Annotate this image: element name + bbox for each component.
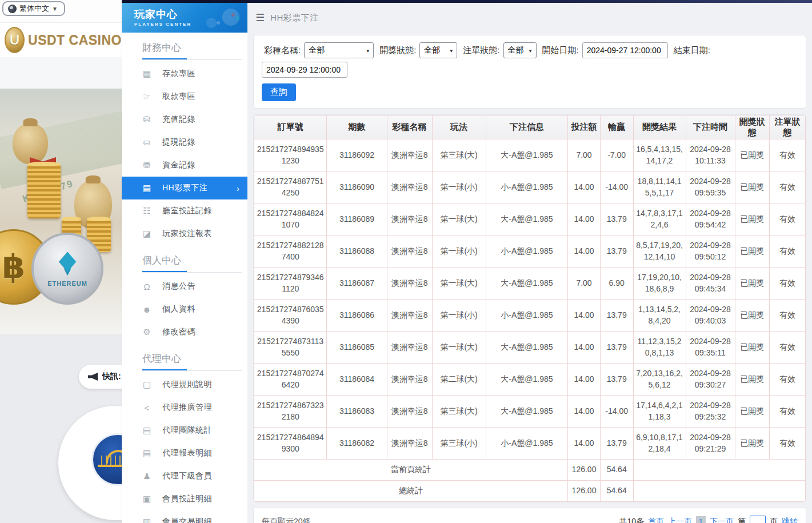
table-row: 215217274884824107031186089澳洲幸运8第一球(大)大-… (254, 203, 806, 235)
sidebar-item[interactable]: ▤HH彩票下注› (122, 177, 247, 199)
table-cell: 2024-09-28 09:21:29 (686, 428, 735, 460)
sidebar-section-title: 個人中心 (122, 245, 247, 270)
sidebar-item[interactable]: ▦存款專區 (122, 62, 247, 85)
summary-bet-total: 126.00 (568, 460, 601, 481)
jump-page-input[interactable] (750, 516, 766, 523)
chevron-down-icon: ▾ (529, 47, 531, 54)
bell-icon: Ω (140, 282, 154, 292)
globe-icon (8, 5, 17, 13)
sidebar-item[interactable]: ▤代理團隊統計 (122, 419, 247, 442)
current-page: 1 (696, 516, 706, 523)
sidebar-item[interactable]: ▥會員交易明細 (122, 510, 247, 523)
table-cell: 1,13,14,5,2,8,4,20 (633, 300, 686, 332)
jump-button[interactable]: 跳转 (782, 517, 798, 523)
gear-icon: ⚙ (140, 327, 154, 337)
table-cell: 小-A盤@1.985 (486, 235, 568, 268)
pagination-bar: 每頁顯示20條 共10条 首页 上一页 1 下一页 第 页 跳转 (253, 507, 806, 523)
sidebar: 玩家中心 PLAYERS CENTER 財務中心▦存款專區☞取款專區⛁充值記錄⛀… (122, 3, 247, 523)
language-selector[interactable]: 繁体中文 ▼ (2, 1, 65, 16)
spacer (0, 57, 122, 89)
brand-logo[interactable]: U USDT CASINO (0, 23, 122, 57)
summary-empty-cell (633, 481, 806, 502)
deposit-icon: ▦ (140, 69, 154, 79)
sidebar-item-label: 玩家投注報表 (162, 229, 212, 239)
table-cell: 2152172748949351230 (254, 139, 327, 171)
sidebar-item[interactable]: ☞取款專區 (122, 85, 247, 108)
column-header: 下注時間 (686, 115, 735, 139)
sidebar-item[interactable]: ⚙修改密碼 (122, 321, 247, 344)
chevron-down-icon: ▼ (52, 6, 58, 12)
report-detail-icon: ▤ (140, 448, 154, 458)
sidebar-item[interactable]: ▤代理報表明細 (122, 442, 247, 465)
news-ticker[interactable]: 快訊: (79, 365, 122, 389)
summary-empty-cell (633, 460, 806, 481)
draw-status-select[interactable]: 全部 ▾ (419, 42, 457, 58)
sidebar-item[interactable]: ◪玩家投注報表 (122, 222, 247, 245)
next-page-link[interactable]: 下一页 (710, 517, 734, 523)
table-cell: 14.00 (568, 428, 601, 460)
table-cell: 澳洲幸运8 (387, 235, 432, 268)
lottery-select[interactable]: 全部 ▾ (304, 42, 374, 58)
table-cell: 2024-09-28 10:11:33 (686, 139, 735, 171)
start-date-label: 開始日期: (542, 45, 579, 56)
sidebar-item[interactable]: ☷廳室投註記錄 (122, 199, 247, 222)
cashout-record-icon: ⛀ (140, 137, 154, 147)
sidebar-item[interactable]: Ω消息公告 (122, 275, 247, 298)
table-row: 215217274864894930031186082澳洲幸运8第三球(小)小-… (254, 428, 806, 460)
table-cell: 已開獎 (735, 203, 770, 235)
table-cell: 6.90 (600, 268, 633, 300)
start-date-input[interactable] (582, 42, 668, 58)
table-cell: 澳洲幸运8 (387, 300, 432, 332)
page-summary-row: 當前頁統計126.0054.64 (254, 460, 806, 481)
funds-record-icon: ⛃ (140, 160, 154, 170)
menu-toggle-icon[interactable]: ☰ (255, 11, 265, 24)
sidebar-item[interactable]: ▢代理規則說明 (122, 373, 247, 396)
gamepad-icon (204, 6, 241, 29)
team-logo (91, 433, 122, 486)
section-underline (142, 271, 242, 273)
table-cell: 2152172748877514250 (254, 171, 327, 203)
table-cell: 17,19,20,10,18,6,8,9 (633, 268, 686, 300)
hall-bet-record-icon: ☷ (140, 206, 154, 216)
table-cell: -7.00 (600, 139, 633, 171)
sidebar-item[interactable]: ▣會員投註明細 (122, 488, 247, 510)
sidebar-item-label: 廳室投註記錄 (162, 206, 212, 216)
sidebar-item[interactable]: <代理推廣管理 (122, 396, 247, 419)
table-cell: -14.00 (600, 171, 633, 203)
table-cell: 6,9,10,8,17,12,18,4 (633, 428, 686, 460)
section-underline-accent (142, 369, 187, 371)
table-cell: 2024-09-28 09:59:35 (686, 171, 735, 203)
lottery-bet-icon: ▤ (140, 183, 154, 193)
table-cell: 澳洲幸运8 (387, 268, 432, 300)
bridge-base-graphic (98, 465, 122, 467)
sidebar-item[interactable]: ♟代理下級會員 (122, 465, 247, 488)
table-cell: 澳洲幸运8 (387, 171, 432, 203)
first-page-link[interactable]: 首页 (648, 517, 664, 523)
table-cell: 有效 (770, 268, 806, 300)
table-cell: 14.00 (568, 235, 601, 268)
table-cell: 2152172748760354390 (254, 300, 327, 332)
sidebar-item[interactable]: ⛃資金記錄 (122, 154, 247, 177)
summary-bet-total: 126.00 (568, 481, 601, 502)
search-button[interactable]: 查詢 (262, 83, 296, 101)
table-cell: 第一球(大) (432, 332, 486, 364)
end-date-input[interactable] (262, 62, 347, 78)
table-cell: 7.00 (568, 268, 601, 300)
sidebar-item[interactable]: ⛁充值記錄 (122, 108, 247, 131)
promo-banner: KB 46279 ฿ ◆ ▼ ETHEREUM (0, 89, 122, 334)
table-cell: 已開獎 (735, 139, 770, 171)
summary-winloss-total: 54.64 (600, 460, 633, 481)
table-row: 215217274887751425031186090澳洲幸运8第一球(小)小-… (254, 171, 806, 203)
sidebar-item[interactable]: ⛀提現記錄 (122, 131, 247, 154)
table-body: 215217274894935123031186092澳洲幸运8第三球(大)大-… (254, 139, 806, 502)
sidebar-item-label: 修改密碼 (162, 327, 195, 337)
main-header: ☰ HH彩票下注 (247, 3, 812, 33)
prev-page-link[interactable]: 上一页 (668, 517, 692, 523)
sidebar-section-title: 財務中心 (122, 33, 247, 57)
members-icon: ♟ (140, 471, 154, 481)
sidebar-item[interactable]: ☻個人資料 (122, 298, 247, 321)
order-status-select[interactable]: 全部 ▾ (503, 42, 537, 58)
column-header: 輸贏 (600, 115, 633, 139)
table-cell: 2152172748793461120 (254, 268, 327, 300)
table-cell: 第一球(小) (432, 300, 486, 332)
